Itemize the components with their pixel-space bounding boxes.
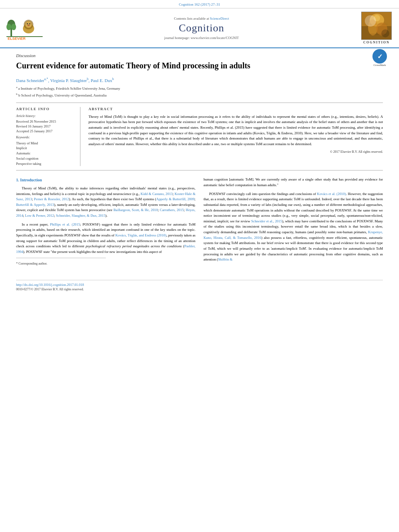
- main-content: ✓ CrossMark Discussion Current evidence …: [0, 48, 399, 276]
- ref-schneider-2015[interactable]: Schneider et al., 2015: [251, 219, 282, 223]
- body-column-left: 1. Introduction Theory of Mind (ToM), th…: [16, 177, 195, 267]
- journal-bar: Cognition 162 (2017) 27–31: [0, 0, 399, 8]
- cognition-cover-art: [361, 12, 392, 40]
- accepted-date: Accepted 25 January 2017: [16, 129, 74, 133]
- ref-shiffrin[interactable]: Shiffrin &: [218, 257, 232, 261]
- article-info-column: ARTICLE INFO Article history: Received 2…: [16, 107, 80, 166]
- article-info-abstract-section: ARTICLE INFO Article history: Received 2…: [16, 103, 383, 171]
- svg-point-19: [374, 15, 380, 21]
- ref-schneider[interactable]: Schneider, Slaughter, & Dux, 2015: [56, 214, 105, 218]
- body-para-1: Theory of Mind (ToM), the ability to mak…: [16, 186, 195, 219]
- ref-low[interactable]: Low & Perner, 2012: [25, 214, 54, 218]
- cognition-label: COGNITION: [363, 41, 390, 44]
- cognition-image-box: COGNITION: [360, 12, 393, 44]
- keyword-4: Social cognition: [16, 156, 74, 161]
- svg-text:ELSEVIER: ELSEVIER: [8, 37, 26, 40]
- ref-butterfill[interactable]: Butterfill & Apperly, 2013: [16, 203, 54, 207]
- ref-baillargeon[interactable]: Baillargeon, Scott, & He, 2010: [113, 208, 158, 212]
- article-section-type: Discussion: [16, 53, 383, 58]
- contents-line: Contents lists available at ScienceDirec…: [43, 16, 360, 21]
- svg-point-18: [376, 23, 387, 35]
- footnote-corresponding: * Corresponding author.: [16, 261, 195, 266]
- affiliation-b: b b School of Psychology, University of …: [16, 92, 383, 99]
- body-para-2: In a recent paper, Phillips et al. (2015…: [16, 222, 195, 255]
- ref-kovacs-2010[interactable]: Kovács et al. (2010): [317, 192, 346, 196]
- body-column-right: human cognition [automatic ToM]. We are …: [204, 177, 383, 267]
- ref-krupenye[interactable]: Krupenye, Kano, Hirata, Call, & Tomasell…: [204, 230, 383, 240]
- abstract-column: ABSTRACT Theory of Mind (ToM) is thought…: [88, 107, 383, 166]
- keyword-3: Automatic: [16, 151, 74, 156]
- ref-carruthers[interactable]: Carruthers, 2015: [160, 208, 183, 212]
- svg-point-8: [27, 23, 28, 24]
- copyright-notice: © 2017 Elsevier B.V. All rights reserved…: [88, 150, 383, 154]
- abstract-heading: ABSTRACT: [88, 107, 383, 111]
- keyword-5: Perspective taking: [16, 161, 74, 166]
- ref-kovacs[interactable]: Kovács, Téglás, and Endress (2010): [115, 233, 167, 237]
- svg-point-2: [6, 24, 11, 30]
- svg-point-10: [27, 25, 30, 26]
- ref-phillips[interactable]: Phillips et al. (2015: [50, 222, 80, 226]
- journal-center: Contents lists available at ScienceDirec…: [43, 16, 360, 40]
- elsevier-logo: ELSEVIER: [6, 16, 43, 41]
- abstract-text: Theory of Mind (ToM) is thought to play …: [88, 114, 383, 147]
- author-virginia: Virginia P. Slaughter: [50, 78, 87, 83]
- column-footnote-divider: [16, 258, 106, 258]
- article-title: Current evidence for automatic Theory of…: [16, 60, 383, 73]
- body-para-right-1: human cognition [automatic ToM]. We are …: [204, 177, 383, 188]
- svg-text:✓: ✓: [377, 53, 383, 60]
- authors-line: Dana Schneidera,*, Virginia P. Slaughter…: [16, 77, 383, 83]
- keywords-list: Theory of Mind Implicit Automatic Social…: [16, 141, 74, 166]
- section1-heading: 1. Introduction: [16, 177, 195, 183]
- keyword-2: Implicit: [16, 146, 74, 151]
- crossmark-label: CrossMark: [372, 64, 387, 67]
- journal-citation: Cognition 162 (2017) 27–31: [179, 2, 220, 6]
- footer-copyright: 0010-0277/© 2017 Elsevier B.V. All right…: [16, 288, 383, 291]
- svg-point-9: [29, 23, 31, 24]
- journal-homepage: journal homepage: www.elsevier.com/locat…: [43, 36, 360, 40]
- received-date: Received 26 November 2015: [16, 119, 74, 123]
- body-columns: 1. Introduction Theory of Mind (ToM), th…: [16, 177, 383, 267]
- keyword-1: Theory of Mind: [16, 141, 74, 146]
- keywords-label: Keywords:: [16, 136, 74, 139]
- article-history-label: Article history:: [16, 114, 74, 118]
- svg-point-17: [368, 19, 378, 35]
- svg-point-3: [11, 24, 16, 30]
- author-paul: Paul E. Dux: [90, 78, 112, 83]
- article-info-heading: ARTICLE INFO: [16, 107, 74, 111]
- header-area: ELSEVIER Contents lists available at Sci…: [0, 8, 399, 48]
- sciencedirect-link[interactable]: ScienceDirect: [210, 16, 229, 21]
- revised-date: Revised 16 January 2017: [16, 124, 74, 128]
- crossmark-icon[interactable]: ✓: [372, 49, 387, 64]
- journal-title: Cognition: [43, 22, 360, 34]
- ref-apperly[interactable]: Apperly & Butterfill, 2009: [156, 197, 194, 201]
- ref-perner[interactable]: Perner & Roessler, 2012: [34, 197, 69, 201]
- author-dana: Dana Schneider: [16, 78, 44, 83]
- affiliation-a: a a Institute of Psychology, Friedrich S…: [16, 85, 383, 92]
- body-para-right-2: POSXWSF convincingly call into question …: [204, 191, 383, 263]
- doi-link[interactable]: http://dx.doi.org/10.1016/j.cognition.20…: [16, 283, 383, 287]
- ref-kidd[interactable]: Kidd & Castano, 2013: [141, 192, 173, 196]
- crossmark[interactable]: ✓ CrossMark: [372, 49, 387, 67]
- page-footer: http://dx.doi.org/10.1016/j.cognition.20…: [16, 280, 383, 291]
- affiliations: a a Institute of Psychology, Friedrich S…: [16, 85, 383, 99]
